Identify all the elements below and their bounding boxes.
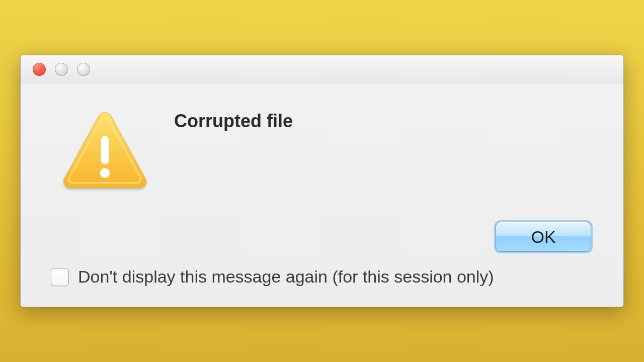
minimize-icon[interactable] (55, 63, 68, 76)
zoom-icon[interactable] (77, 63, 90, 76)
message-area: Corrupted file (174, 109, 593, 132)
button-row: OK (51, 222, 593, 252)
svg-point-1 (100, 168, 110, 177)
suppress-checkbox-label[interactable]: Don't display this message again (for th… (78, 267, 494, 287)
warning-triangle-icon (61, 109, 149, 192)
close-icon[interactable] (33, 63, 46, 76)
dialog-title: Corrupted file (174, 111, 593, 132)
ok-button[interactable]: OK (496, 222, 591, 252)
titlebar[interactable] (21, 55, 623, 83)
dialog-body: Corrupted file OK Don't display this mes… (21, 83, 623, 307)
svg-rect-0 (101, 136, 109, 164)
suppress-checkbox-row: Don't display this message again (for th… (51, 267, 593, 292)
suppress-checkbox[interactable] (51, 268, 69, 286)
alert-dialog: Corrupted file OK Don't display this mes… (20, 55, 624, 307)
content-row: Corrupted file (51, 109, 593, 192)
